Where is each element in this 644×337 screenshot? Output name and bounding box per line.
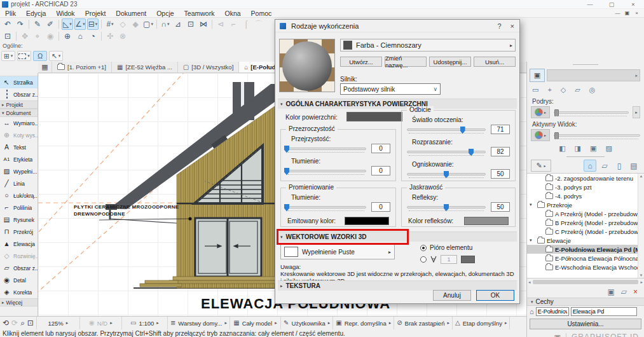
project-map-icon[interactable]: ⌂ xyxy=(584,160,596,172)
fit-reference-icon[interactable]: ▭ xyxy=(532,86,538,93)
inject-parameters-icon[interactable]: ✐ xyxy=(45,18,56,30)
pen-color-swatch[interactable] xyxy=(461,256,475,263)
vector-fill-dropdown[interactable]: Wypełnienie Puste ▸ xyxy=(280,244,395,259)
menu-item-pomoc[interactable]: Pomoc xyxy=(246,10,277,17)
dialog-button-udostępnij[interactable]: Udostępnij... xyxy=(429,57,471,67)
tool-arrow[interactable]: ↖Strzałka xyxy=(0,76,38,88)
dialog-help-button[interactable]: ? xyxy=(497,22,501,30)
pen-number-field[interactable]: 1 xyxy=(441,255,457,264)
grid-snap-icon[interactable]: #▾ xyxy=(104,18,116,30)
tree-item[interactable]: ▾Elewacje xyxy=(527,236,638,245)
tree-item[interactable]: -4. podrys xyxy=(527,191,638,200)
dialog-button-usuń[interactable]: Usuń... xyxy=(474,57,516,67)
zoom-in-icon[interactable]: ⌕ xyxy=(20,319,25,327)
mdi-restore-button[interactable]: ▣ xyxy=(622,10,632,16)
quickbar-stage[interactable]: △Etap domyślny▸ xyxy=(453,317,510,329)
minimize-button[interactable]: — xyxy=(579,0,601,8)
tab-overview-icon[interactable]: ▦ xyxy=(38,62,52,72)
menu-item-teamwork[interactable]: Teamwork xyxy=(179,10,220,17)
tool-text[interactable]: ATekst xyxy=(0,141,38,153)
dialog-button-utwórz[interactable]: Utwórz... xyxy=(340,57,382,67)
trace-toggle-button[interactable]: ▣ xyxy=(530,69,545,82)
slider-value[interactable]: 82 xyxy=(491,147,510,156)
marquee-settings-icon[interactable]: ▾ xyxy=(17,51,31,61)
trace-color-button[interactable]: ▸ xyxy=(531,106,550,118)
dialog-close-button[interactable]: × xyxy=(510,22,514,30)
splitter-left-icon[interactable]: ◧ xyxy=(559,145,565,152)
slider[interactable] xyxy=(407,151,486,153)
tool-line[interactable]: ╱Linia xyxy=(0,177,38,189)
view-map-icon[interactable]: ▱ xyxy=(598,160,611,172)
mdi-close-button[interactable]: × xyxy=(632,10,641,16)
color-swatch[interactable] xyxy=(345,217,389,225)
slider-value[interactable]: 71 xyxy=(491,125,510,134)
new-viewpoint-icon[interactable]: ▱ xyxy=(621,287,627,296)
panel-grip[interactable] xyxy=(527,62,644,68)
trace-opacity-slider[interactable] xyxy=(554,111,629,114)
active-opacity-slider[interactable] xyxy=(554,134,640,137)
trace-expand-button[interactable]: ▸ xyxy=(633,106,640,118)
menu-item-plik[interactable]: Plik xyxy=(0,10,21,17)
properties-header[interactable]: ▾Cechy xyxy=(527,298,644,306)
tree-item[interactable]: C Przekrój (Model - przebudowanie auto xyxy=(527,227,638,236)
snap-points-icon[interactable]: ⊟▾ xyxy=(87,18,99,30)
tool-detail[interactable]: ◉Detal xyxy=(0,274,38,286)
slider[interactable] xyxy=(286,206,366,209)
tool-arc-circle[interactable]: ○Łuk/okrą... xyxy=(0,189,38,202)
perspective-icon[interactable]: ⊕ xyxy=(62,31,73,42)
quickbar-model-view[interactable]: ▦Cały model▸ xyxy=(230,317,281,329)
marquee-mode-icon[interactable]: ⊡ xyxy=(2,31,13,42)
section-texture-header[interactable]: ▸TEKSTURA xyxy=(278,280,517,291)
layout-book-icon[interactable]: ▯ xyxy=(613,160,626,172)
splitter-center-icon[interactable]: ▣ xyxy=(590,145,596,152)
tree-expander-icon[interactable]: ▾ xyxy=(530,202,535,207)
menu-item-projekt[interactable]: Projekt xyxy=(80,10,111,17)
tree-horizontal-scrollbar[interactable]: ◂▸ xyxy=(527,279,644,285)
dialog-title-bar[interactable]: Rodzaje wykończenia ? × xyxy=(275,20,519,32)
tool-fill[interactable]: ▨Wypełni... xyxy=(0,165,38,177)
toolbox-group-więcej[interactable]: ▸Więcej xyxy=(0,298,38,306)
slider[interactable] xyxy=(286,170,366,172)
section-general-header[interactable]: ▾OGÓLNA CHARAKTERYSTYKA POWIERZCHNI xyxy=(278,99,517,109)
tab-ze-52więźba[interactable]: ▦[ZE-52 Więźba ... xyxy=(112,62,178,72)
slider[interactable] xyxy=(407,173,486,175)
rotate-reference-icon[interactable]: ◇ xyxy=(561,86,566,93)
clone-folder-icon[interactable]: ▣ xyxy=(607,287,614,296)
slider[interactable] xyxy=(286,148,366,150)
tree-item[interactable]: E-Wschodnia Elewacja Wschodnia (Mode xyxy=(527,263,638,272)
viewpoint-name-field[interactable] xyxy=(571,307,637,316)
tab-1poziom+1[interactable]: [1. Poziom +1] xyxy=(52,62,112,72)
engine-select[interactable]: Podstawowy silnik ∨ xyxy=(340,83,441,95)
graphisoft-id[interactable]: ▣ GRAPHISOFT ID xyxy=(527,331,644,337)
tool-elevation[interactable]: ▲Elewacja xyxy=(0,238,38,250)
close-button[interactable]: × xyxy=(622,0,644,8)
navigator-options-button[interactable]: ✎▸ xyxy=(531,160,551,172)
quickbar-layers[interactable]: ≣Warstwy domy...▸ xyxy=(168,317,230,329)
quickbar-scale[interactable]: ▭1:100▸ xyxy=(122,317,168,329)
publisher-icon[interactable]: ▤ xyxy=(627,160,640,172)
splitter-off-icon[interactable]: ▨ xyxy=(605,145,612,152)
quickbar-representation[interactable]: ▣Repr. domyślna▸ xyxy=(333,317,394,329)
slider-value[interactable]: 50 xyxy=(491,202,510,212)
camera-icon[interactable]: ⌂ xyxy=(74,31,86,42)
guide-lines-icon[interactable]: ◺▾ xyxy=(62,18,73,30)
menu-item-dokument[interactable]: Dokument xyxy=(111,10,151,17)
tool-worksheet[interactable]: ▱Obszar z... xyxy=(0,262,38,274)
slider[interactable] xyxy=(407,128,486,131)
tree-item[interactable]: ▾Przekroje xyxy=(527,200,638,209)
maximize-button[interactable]: ▢ xyxy=(601,0,622,8)
tree-expander-icon[interactable]: ▾ xyxy=(530,238,535,243)
slider-value[interactable]: 0 xyxy=(371,202,390,212)
dialog-button-zmieńnazwę[interactable]: Zmień nazwę... xyxy=(385,57,427,67)
mdi-minimize-button[interactable]: — xyxy=(613,10,622,16)
tree-item[interactable]: E-Północna Elewacja Północna (Model - p xyxy=(527,254,638,263)
custom-pen-radio[interactable] xyxy=(420,256,427,263)
tool-section[interactable]: ⊓Przekrój xyxy=(0,226,38,238)
tool-marquee[interactable]: Obszar z... xyxy=(0,88,38,100)
element-pen-radio[interactable] xyxy=(420,245,427,251)
surface-color-swatch[interactable] xyxy=(346,112,402,121)
tree-item[interactable]: -2. zagospodarowanie terenu xyxy=(527,174,638,182)
tool-markup[interactable]: ◈Korekta xyxy=(0,286,38,298)
section-vector-header[interactable]: ▾WEKTOROWE WZORKI 3D xyxy=(278,231,517,242)
arrow-tool-icon[interactable]: ↖▾ xyxy=(49,51,63,61)
